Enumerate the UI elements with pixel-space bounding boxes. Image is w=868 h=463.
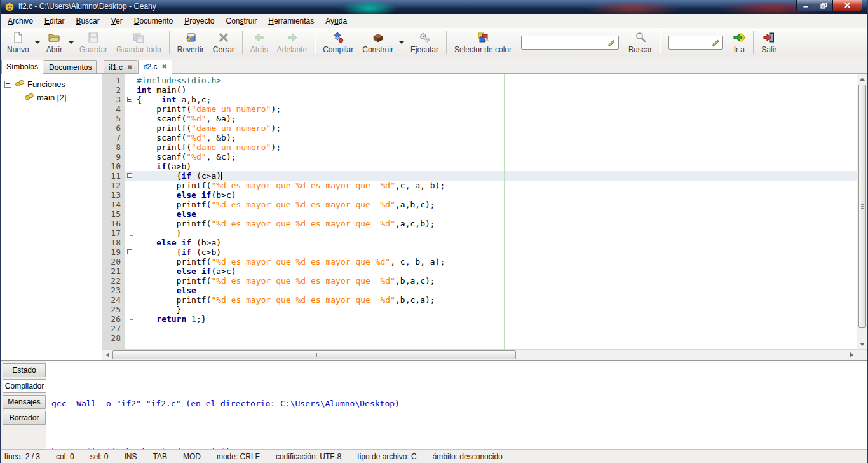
- code-line-28[interactable]: 28: [102, 333, 857, 343]
- clear-brush-icon[interactable]: [712, 38, 721, 50]
- bottom-tab-estado[interactable]: Estado: [3, 363, 46, 377]
- code-line-22[interactable]: 22 printf("%d es mayor que %d es mayor q…: [102, 276, 857, 286]
- menu-construir[interactable]: Construir: [220, 15, 263, 27]
- build-button[interactable]: Construir: [358, 29, 398, 57]
- code-line-11[interactable]: 11 {if (c>a): [102, 171, 857, 181]
- code-line-2[interactable]: 2int main(): [102, 85, 857, 95]
- compiler-success-line[interactable]: La compilación ha terminado con éxito.: [51, 443, 867, 449]
- code-line-14[interactable]: 14 printf("%d es mayor que %d es mayor q…: [102, 200, 857, 209]
- open-dropdown[interactable]: [67, 29, 75, 56]
- code-line-25[interactable]: 25 }: [102, 305, 857, 314]
- tab-if1c[interactable]: if1.c ✖: [104, 60, 137, 73]
- code-line-4[interactable]: 4 printf("dame un numero");: [102, 104, 857, 114]
- close-file-button[interactable]: Cerrar: [208, 29, 239, 57]
- code-line-18[interactable]: 18 else if (b>a): [102, 238, 857, 247]
- tab-documentos[interactable]: Documentos: [44, 60, 97, 73]
- tab-if2c[interactable]: if2.c ✖: [138, 60, 172, 74]
- search-button[interactable]: Buscar: [624, 29, 656, 57]
- code-line-7[interactable]: 7 scanf("%d", &b);: [102, 133, 857, 142]
- code-line-9[interactable]: 9 scanf("%d", &c);: [102, 152, 857, 162]
- scroll-right-arrow[interactable]: [846, 350, 857, 360]
- collapse-expander-icon[interactable]: [4, 81, 11, 88]
- code-line-19[interactable]: 19 {if (c>b): [102, 247, 857, 257]
- code-line-10[interactable]: 10 if(a>b): [102, 162, 857, 171]
- tab-close-icon[interactable]: ✖: [127, 64, 132, 71]
- code-line-5[interactable]: 5 scanf("%d", &a);: [102, 114, 857, 123]
- vertical-scroll-thumb[interactable]: [858, 85, 866, 328]
- code-line-8[interactable]: 8 printf("dame un numero");: [102, 142, 857, 152]
- fold-marker[interactable]: [125, 95, 135, 104]
- code-line-24[interactable]: 24 printf("%d es mayor que %d es mayor q…: [102, 295, 857, 305]
- menu-buscar[interactable]: Buscar: [70, 15, 105, 27]
- new-dropdown[interactable]: [34, 29, 42, 56]
- code-line-13[interactable]: 13 else if(b>c): [102, 190, 857, 200]
- tab-label: if1.c: [109, 63, 123, 72]
- close-button[interactable]: [833, 0, 862, 11]
- code-line-17[interactable]: 17 }: [102, 228, 857, 238]
- code-line-27[interactable]: 27: [102, 324, 857, 333]
- code-line-16[interactable]: 16 printf("%d es mayor que %d es mayor q…: [102, 219, 857, 228]
- status-bar: línea: 2 / 3col: 0sel: 0INSTABMODmode: C…: [1, 449, 867, 463]
- bottom-tab-mensajes[interactable]: Mensajes: [3, 395, 46, 409]
- color-chooser-button[interactable]: Selector de color: [450, 29, 516, 57]
- menu-bar: ArchivoEditarBuscarVerDocumentoProyectoC…: [1, 14, 867, 29]
- code-editor[interactable]: 1#include<stdio.h>2int main()3{ int a,b,…: [102, 74, 857, 349]
- compiler-output[interactable]: gcc -Wall -o "if2" "if2.c" (en el direct…: [46, 361, 867, 449]
- vertical-scroll-track[interactable]: [858, 84, 866, 339]
- code-line-20[interactable]: 20 printf("%d es mayor que %d es mayor q…: [102, 257, 857, 266]
- menu-ver[interactable]: Ver: [105, 15, 128, 27]
- minimize-button[interactable]: [796, 0, 815, 11]
- compile-button[interactable]: Compilar: [318, 29, 358, 57]
- menu-editar[interactable]: Editar: [39, 15, 70, 27]
- save-all-button: Guardar todo: [112, 29, 166, 57]
- code-line-23[interactable]: 23 else: [102, 286, 857, 295]
- code-line-26[interactable]: 26 return 1;}: [102, 314, 857, 324]
- clear-brush-icon[interactable]: [608, 38, 616, 50]
- bottom-tab-compilador[interactable]: Compilador: [3, 379, 46, 393]
- line-number: 17: [102, 228, 125, 238]
- bottom-tab-borrador[interactable]: Borrador: [3, 411, 46, 425]
- title-bar[interactable]: if2.c - C:\Users\Alumno\Desktop - Geany: [1, 0, 867, 14]
- geany-app-icon: [4, 2, 15, 12]
- open-button[interactable]: Abrir: [42, 29, 67, 57]
- execute-button[interactable]: Ejecutar: [406, 29, 443, 57]
- code-text: return 1;}: [135, 314, 857, 324]
- scroll-down-arrow[interactable]: [857, 339, 867, 349]
- menu-documento[interactable]: Documento: [128, 15, 179, 27]
- menu-herramientas[interactable]: Herramientas: [262, 15, 320, 27]
- line-number: 6: [102, 123, 125, 133]
- back-button: Atrás: [246, 29, 273, 57]
- line-number: 8: [102, 142, 125, 152]
- fold-margin: [125, 295, 135, 305]
- restore-button[interactable]: [815, 0, 833, 11]
- scroll-left-arrow[interactable]: [102, 350, 112, 360]
- horizontal-scroll-thumb[interactable]: [112, 350, 516, 359]
- new-button[interactable]: Nuevo: [3, 29, 34, 57]
- scroll-up-arrow[interactable]: [857, 74, 867, 84]
- tab-close-icon[interactable]: ✖: [161, 64, 166, 70]
- horizontal-scrollbar[interactable]: [102, 349, 867, 360]
- menu-ayuda[interactable]: Ayuda: [320, 15, 353, 27]
- goto-button[interactable]: Ir a: [728, 29, 750, 57]
- search-input[interactable]: [521, 36, 619, 50]
- menu-archivo[interactable]: Archivo: [2, 15, 39, 27]
- revert-button[interactable]: Revertir: [173, 29, 208, 57]
- fold-marker[interactable]: [125, 171, 135, 181]
- code-line-12[interactable]: 12 printf("%d es mayor que %d es mayor q…: [102, 181, 857, 190]
- horizontal-scroll-track[interactable]: [112, 350, 846, 359]
- compiler-command-line[interactable]: gcc -Wall -o "if2" "if2.c" (en el direct…: [51, 396, 867, 411]
- build-dropdown[interactable]: [398, 29, 406, 56]
- code-line-6[interactable]: 6 printf("dame un numero");: [102, 123, 857, 133]
- vertical-scrollbar[interactable]: [857, 74, 867, 349]
- code-line-21[interactable]: 21 else if(a>c): [102, 266, 857, 276]
- toolbar-separator: [446, 31, 447, 54]
- menu-proyecto[interactable]: Proyecto: [179, 15, 220, 27]
- tab-simbolos[interactable]: Símbolos: [1, 60, 43, 74]
- fold-marker[interactable]: [125, 247, 135, 257]
- code-line-3[interactable]: 3{ int a,b,c;: [102, 95, 857, 104]
- code-line-1[interactable]: 1#include<stdio.h>: [102, 76, 857, 85]
- tree-item-funciones[interactable]: Funciones: [1, 78, 102, 91]
- quit-button[interactable]: Salir: [757, 29, 781, 57]
- code-line-15[interactable]: 15 else: [102, 209, 857, 219]
- tree-item-main[interactable]: main [2]: [1, 91, 102, 104]
